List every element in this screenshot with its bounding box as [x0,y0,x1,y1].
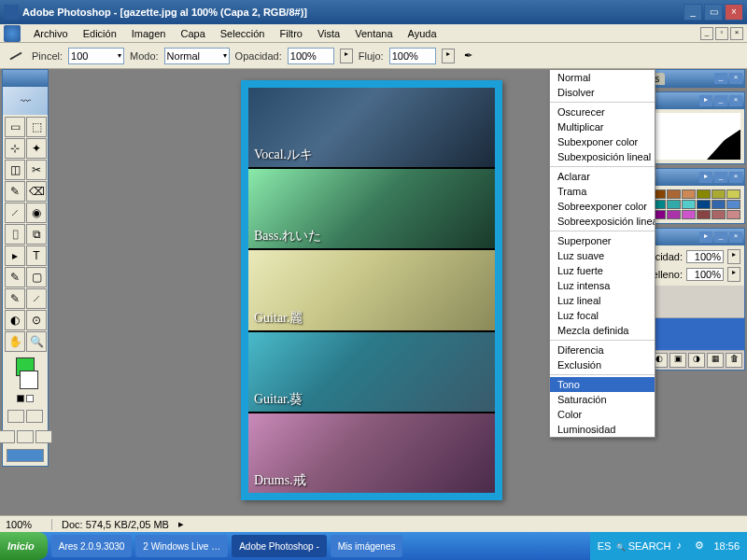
blend-mode-select[interactable]: Normal [164,48,230,64]
style-swatch[interactable] [726,200,740,209]
panel-close-icon[interactable]: × [729,95,742,106]
menu-imagen[interactable]: Imagen [124,26,174,41]
blend-option[interactable]: Sobreexposición lineal [550,214,655,229]
tool-18[interactable]: ◐ [5,310,25,330]
panel-minimize-icon[interactable]: _ [714,95,727,106]
layer-adjust-button[interactable]: ◑ [688,353,705,368]
blend-option[interactable]: Color [550,407,655,422]
blend-option[interactable]: Superponer [550,233,655,248]
tool-3[interactable]: ✦ [26,138,47,159]
tool-2[interactable]: ⊹ [5,138,25,159]
doc-close-button[interactable]: × [730,27,743,40]
style-swatch[interactable] [697,189,711,199]
blend-option[interactable]: Disolver [550,85,655,100]
blend-option[interactable]: Saturación [550,392,655,407]
panel-minimize-icon[interactable]: _ [714,73,727,84]
airbrush-toggle-icon[interactable]: ✒ [460,48,477,64]
style-swatch[interactable] [682,189,696,199]
taskbar-task[interactable]: 2 Windows Live … [135,535,228,557]
blend-option[interactable]: Multiplicar [550,119,655,134]
layer-opacity-flyout[interactable]: ▸ [727,249,740,264]
blend-option[interactable]: Oscurecer [550,105,655,119]
blend-option[interactable]: Luz lineal [550,293,655,308]
style-swatch[interactable] [682,200,696,209]
tool-17[interactable]: ⟋ [26,288,47,309]
close-button[interactable]: × [725,4,743,21]
blend-option[interactable]: Subexposición lineal [550,149,655,164]
minimize-button[interactable]: _ [684,4,702,21]
swap-colors-icon[interactable] [26,395,34,402]
menu-capa[interactable]: Capa [173,26,212,41]
tray-icon[interactable]: ♪ [676,539,689,553]
style-swatch[interactable] [697,200,711,209]
style-swatch[interactable] [682,210,696,219]
style-swatch[interactable] [726,210,740,219]
taskbar-task[interactable]: Adobe Photoshop - [232,535,327,557]
panel-minimize-icon[interactable]: _ [714,231,727,243]
doc-minimize-button[interactable]: _ [700,27,713,40]
status-flyout-icon[interactable]: ▸ [178,518,184,530]
lang-indicator[interactable]: ES [598,540,612,552]
screen-mode-3-button[interactable] [35,430,52,443]
tool-21[interactable]: 🔍 [26,331,47,352]
style-swatch[interactable] [726,189,740,199]
blend-option[interactable]: Luz focal [550,308,655,323]
tool-12[interactable]: ▸ [5,245,25,266]
layer-delete-button[interactable]: 🗑 [726,353,742,368]
tool-15[interactable]: ▢ [26,267,47,287]
opacity-input[interactable] [288,48,334,64]
blend-option[interactable]: Sobreexponer color [550,199,655,214]
blend-option[interactable]: Mezcla definida [550,323,655,338]
blend-option[interactable]: Diferencia [550,343,655,357]
tool-4[interactable]: ◫ [5,160,25,180]
layer-opacity-input[interactable] [686,250,724,263]
style-swatch[interactable] [712,189,726,199]
zoom-level[interactable]: 100% [6,519,52,530]
tool-8[interactable]: ⟋ [5,203,25,223]
blend-option[interactable]: Luz intensa [550,278,655,293]
search-widget[interactable]: 🔍 SEARCH [616,540,670,552]
tool-0[interactable]: ▭ [5,117,25,137]
background-color-swatch[interactable] [20,371,38,389]
panel-menu-icon[interactable]: ▸ [699,95,712,106]
blend-option[interactable]: Luz suave [550,248,655,263]
panel-menu-icon[interactable]: ▸ [699,172,712,183]
layer-folder-button[interactable]: ▣ [669,353,686,368]
layer-fill-input[interactable] [686,268,724,281]
menu-edición[interactable]: Edición [76,26,124,41]
style-swatch[interactable] [667,189,681,199]
layer-fill-flyout[interactable]: ▸ [727,267,740,282]
brush-preset-picker[interactable]: 100 [68,48,124,64]
doc-restore-button[interactable]: ▫ [715,27,728,40]
layer-new-button[interactable]: ▦ [707,353,724,368]
tool-20[interactable]: ✋ [5,331,25,352]
tool-10[interactable]: ⌷ [5,224,25,245]
flow-input[interactable] [389,48,436,64]
panel-minimize-icon[interactable]: _ [714,172,727,183]
taskbar-task[interactable]: Mis imágenes [331,535,403,557]
blend-option[interactable]: Aclarar [550,169,655,184]
style-swatch[interactable] [712,200,726,209]
menu-ayuda[interactable]: Ayuda [401,26,444,41]
panel-menu-icon[interactable]: ▸ [699,231,712,243]
toolbox-titlebar[interactable] [3,70,48,87]
menu-ventana[interactable]: Ventana [347,26,400,41]
taskbar-task[interactable]: Ares 2.0.9.3030 [51,535,133,557]
screen-mode-1-button[interactable] [0,430,15,443]
system-tray[interactable]: ES 🔍 SEARCH ♪ ⚙ 18:56 [590,532,747,560]
blend-option[interactable]: Tono [550,377,655,392]
flow-flyout-button[interactable]: ▸ [442,49,455,63]
tool-1[interactable]: ⬚ [26,117,47,137]
tool-16[interactable]: ✎ [5,288,25,309]
tool-19[interactable]: ⊙ [26,310,47,330]
tool-13[interactable]: T [26,245,47,266]
quickmask-mode-button[interactable] [26,410,43,423]
default-colors-icon[interactable] [17,395,24,402]
tray-icon[interactable]: ⚙ [695,539,708,553]
tool-5[interactable]: ✂ [26,160,47,180]
menu-filtro[interactable]: Filtro [272,26,309,41]
menu-archivo[interactable]: Archivo [26,26,76,41]
document-canvas[interactable]: Vocal.ルキBass.れいたGuitar.麗Guitar.葵Drums.戒 [241,80,502,500]
tool-7[interactable]: ⌫ [26,181,47,202]
blend-option[interactable]: Luz fuerte [550,263,655,278]
